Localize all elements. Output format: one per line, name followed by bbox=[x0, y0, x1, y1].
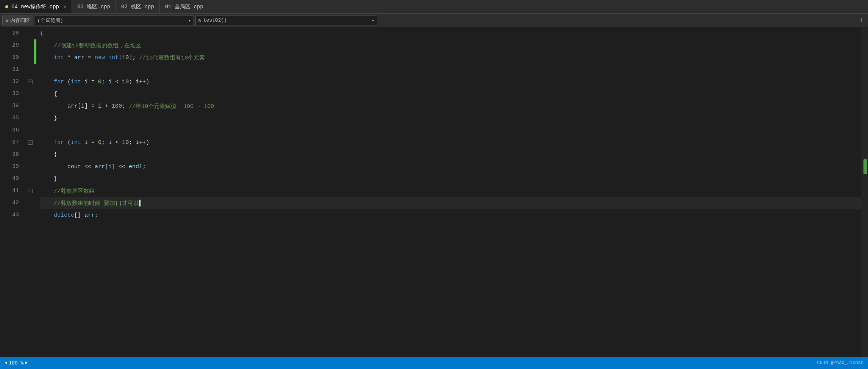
token bbox=[40, 212, 54, 219]
token: int bbox=[71, 139, 81, 146]
token: ( bbox=[64, 139, 71, 146]
token: ] << bbox=[112, 164, 129, 170]
fold-indicator-41[interactable]: − bbox=[27, 185, 34, 197]
token bbox=[105, 55, 108, 61]
vertical-scrollbar[interactable] bbox=[861, 27, 868, 357]
token bbox=[40, 188, 54, 194]
token: ; bbox=[101, 139, 108, 146]
code-line-30[interactable]: int * arr = new int[10]; //10代表数组有10个元素 bbox=[40, 52, 861, 64]
token: ( bbox=[64, 79, 71, 85]
tab-close-icon[interactable]: ✕ bbox=[64, 4, 66, 9]
token: arr bbox=[67, 103, 78, 109]
token: cout bbox=[67, 164, 81, 170]
token: { bbox=[40, 30, 44, 37]
context-dropdown[interactable]: (全局范围) ▾ bbox=[35, 16, 194, 25]
token: i bbox=[136, 139, 139, 146]
collapse-icon[interactable]: − bbox=[28, 80, 33, 84]
collapse-icon[interactable]: − bbox=[28, 189, 33, 193]
tab-01-label: 01 全局区.cpp bbox=[165, 3, 203, 10]
symbol-dropdown[interactable]: ◎ test02() ▾ bbox=[195, 16, 377, 25]
line-number-31: 31 bbox=[0, 64, 23, 76]
code-line-38[interactable]: { bbox=[40, 149, 861, 161]
token: i bbox=[98, 103, 101, 109]
code-line-32[interactable]: for (int i = 0; i < 10; i++) bbox=[40, 76, 861, 88]
status-bar: ◄ 100 % ► CSDN @Zhao_Jichan bbox=[0, 357, 868, 369]
token: < bbox=[112, 79, 122, 85]
code-line-29[interactable]: //创建10整型数据的数组，在堆区 bbox=[40, 39, 861, 52]
symbol-dropdown-arrow-icon: ▾ bbox=[368, 17, 375, 23]
token: //10代表数组有10个元素 bbox=[139, 54, 205, 61]
token: delete bbox=[54, 212, 74, 219]
tab-03[interactable]: 03 堆区.cpp bbox=[72, 0, 116, 13]
code-line-41[interactable]: //释放堆区数组 bbox=[40, 185, 861, 197]
token: } bbox=[40, 115, 57, 122]
tab-bar: 04 new操作符.cpp ✕ 03 堆区.cpp 02 栈区.cpp 01 全… bbox=[0, 0, 868, 14]
fold-indicator-28 bbox=[27, 27, 34, 39]
token bbox=[40, 164, 67, 170]
fold-indicator-37[interactable]: − bbox=[27, 136, 34, 149]
token: ] = bbox=[84, 103, 98, 109]
token: i bbox=[81, 103, 84, 109]
tab-01[interactable]: 01 全局区.cpp bbox=[160, 0, 209, 13]
token: ++) bbox=[139, 139, 149, 146]
line-number-38: 38 bbox=[0, 149, 23, 161]
code-line-36[interactable] bbox=[40, 124, 861, 136]
text-cursor bbox=[141, 200, 141, 206]
fold-indicator-43 bbox=[27, 209, 34, 221]
token: 10 bbox=[122, 139, 129, 146]
code-line-33[interactable]: { bbox=[40, 88, 861, 100]
code-line-37[interactable]: for (int i = 0; i < 10; i++) bbox=[40, 136, 861, 149]
scope-icon: ⊞ bbox=[6, 17, 9, 23]
code-line-42[interactable]: //释放数组的时候 要加[]才可以 bbox=[40, 197, 861, 209]
token: * bbox=[64, 55, 74, 61]
token: < bbox=[112, 139, 122, 146]
code-line-35[interactable]: } bbox=[40, 112, 861, 124]
code-line-28[interactable]: { bbox=[40, 27, 861, 39]
scope-button[interactable]: ⊞ 内存四区 bbox=[2, 16, 33, 25]
fold-column: −−− bbox=[27, 27, 34, 357]
code-line-39[interactable]: cout << arr[i] << endl; bbox=[40, 161, 861, 173]
line-number-35: 35 bbox=[0, 112, 23, 124]
line-numbers-gutter: 28293031323334353637383940414243 bbox=[0, 27, 27, 357]
tab-04[interactable]: 04 new操作符.cpp ✕ bbox=[0, 0, 72, 13]
code-line-34[interactable]: arr[i] = i + 100; //给10个元素赋值 100 ~ 109 bbox=[40, 100, 861, 112]
zoom-controls[interactable]: ◄ 100 % ► bbox=[5, 360, 28, 366]
token bbox=[40, 200, 54, 206]
fold-indicator-32[interactable]: − bbox=[27, 76, 34, 88]
zoom-right-arrow-icon[interactable]: ► bbox=[25, 360, 28, 366]
token: arr bbox=[84, 212, 95, 219]
token: [ bbox=[119, 55, 122, 61]
token bbox=[40, 139, 54, 146]
token: arr bbox=[74, 55, 84, 61]
token: //给10个元素赋值 100 ~ 109 bbox=[129, 103, 214, 110]
code-line-40[interactable]: } bbox=[40, 173, 861, 185]
tab-02[interactable]: 02 栈区.cpp bbox=[116, 0, 160, 13]
plus-icon[interactable]: + bbox=[857, 17, 866, 24]
token: int bbox=[71, 79, 81, 85]
collapse-icon[interactable]: − bbox=[28, 140, 33, 145]
token: ; bbox=[129, 79, 136, 85]
token: ; bbox=[142, 164, 146, 170]
tab-04-label: 04 new操作符.cpp bbox=[11, 3, 59, 10]
line-number-42: 42 bbox=[0, 197, 23, 209]
code-line-31[interactable] bbox=[40, 64, 861, 76]
line-number-37: 37 bbox=[0, 136, 23, 149]
token: endl bbox=[129, 164, 142, 170]
line-number-41: 41 bbox=[0, 185, 23, 197]
token: int bbox=[108, 55, 119, 61]
token: 10 bbox=[122, 55, 129, 61]
line-number-28: 28 bbox=[0, 27, 23, 39]
token: i bbox=[136, 79, 139, 85]
token: ; bbox=[95, 212, 98, 219]
code-content[interactable]: { //创建10整型数据的数组，在堆区 int * arr = new int[… bbox=[36, 27, 861, 357]
token: 10 bbox=[122, 79, 129, 85]
token bbox=[40, 42, 54, 49]
context-dropdown-arrow-icon: ▾ bbox=[185, 17, 191, 23]
token: + bbox=[101, 103, 112, 109]
code-line-43[interactable]: delete[] arr; bbox=[40, 209, 861, 221]
fold-indicator-34 bbox=[27, 100, 34, 112]
fold-indicator-42 bbox=[27, 197, 34, 209]
zoom-left-arrow-icon[interactable]: ◄ bbox=[5, 360, 7, 366]
token: [ bbox=[105, 164, 108, 170]
scrollbar-thumb[interactable] bbox=[863, 159, 867, 174]
